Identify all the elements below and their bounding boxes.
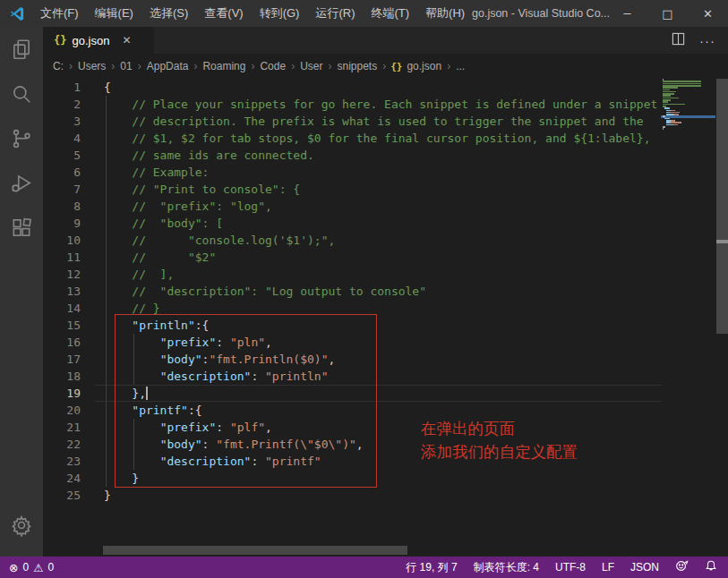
breadcrumb-separator: › xyxy=(287,60,299,72)
search-icon[interactable] xyxy=(0,72,43,116)
code-line[interactable]: 9 // "body": [ xyxy=(43,215,661,232)
menu-run[interactable]: 运行(R) xyxy=(307,0,363,27)
code-line[interactable]: 13 // "description": "Log output to cons… xyxy=(43,283,661,300)
line-number: 5 xyxy=(43,147,81,164)
breadcrumb-separator: › xyxy=(378,60,390,72)
maximize-button[interactable]: □ xyxy=(647,0,688,27)
vertical-scrollbar[interactable] xyxy=(715,79,728,557)
breadcrumb-separator: › xyxy=(189,60,201,72)
extensions-icon[interactable] xyxy=(0,206,43,251)
language-mode[interactable]: JSON xyxy=(630,561,659,574)
explorer-icon[interactable] xyxy=(0,27,43,72)
breadcrumb-item[interactable]: Roaming xyxy=(201,60,246,72)
line-number: 23 xyxy=(43,453,81,470)
breadcrumb-separator: › xyxy=(133,60,146,72)
run-debug-icon[interactable] xyxy=(0,161,43,206)
vscode-window: 文件(F)编辑(E)选择(S)查看(V)转到(G)运行(R)终端(T)帮助(H)… xyxy=(0,0,728,578)
tab-go-json[interactable]: {} go.json ✕ xyxy=(43,27,154,54)
breadcrumb-item[interactable]: User xyxy=(299,60,323,72)
statusbar-right: 行 19, 列 7制表符长度: 4UTF-8LFJSON xyxy=(406,559,728,575)
minimap-line xyxy=(663,128,664,130)
encoding[interactable]: UTF-8 xyxy=(555,561,586,574)
code-text: // "console.log('$1');", xyxy=(81,232,335,249)
minimap[interactable] xyxy=(661,79,715,222)
horizontal-scrollbar[interactable] xyxy=(43,546,661,555)
line-number: 16 xyxy=(43,334,81,351)
code-text: // ], xyxy=(81,266,174,283)
warnings-icon: ⚠ xyxy=(33,561,43,574)
line-number: 22 xyxy=(43,436,81,453)
line-number: 7 xyxy=(43,181,81,198)
menu-selection[interactable]: 选择(S) xyxy=(141,0,196,27)
breadcrumb-tail: ... xyxy=(455,60,466,72)
breadcrumb-separator: › xyxy=(246,60,259,72)
menu-bar: 文件(F)编辑(E)选择(S)查看(V)转到(G)运行(R)终端(T)帮助(H) xyxy=(32,0,473,27)
more-actions-icon[interactable]: ··· xyxy=(699,33,715,48)
source-control-icon[interactable] xyxy=(0,116,43,161)
line-number: 21 xyxy=(43,419,81,436)
code-line[interactable]: 7 // "Print to console": { xyxy=(43,181,661,198)
code-line[interactable]: 11 // "$2" xyxy=(43,249,661,266)
line-number: 4 xyxy=(43,130,81,147)
menu-go[interactable]: 转到(G) xyxy=(252,0,308,27)
code-text: // "Print to console": { xyxy=(81,181,300,198)
breadcrumb-json-icon: {} xyxy=(390,61,402,72)
annotation-note-line: 在弹出的页面 xyxy=(421,417,578,440)
title-bar: 文件(F)编辑(E)选择(S)查看(V)转到(G)运行(R)终端(T)帮助(H)… xyxy=(0,0,728,27)
cursor-position[interactable]: 行 19, 列 7 xyxy=(406,560,457,575)
split-editor-icon[interactable] xyxy=(672,32,685,49)
eol[interactable]: LF xyxy=(602,561,614,574)
code-text: // "description": "Log output to console… xyxy=(81,283,426,300)
breadcrumb-item[interactable]: Users xyxy=(77,60,107,72)
breadcrumb-item-file[interactable]: go.json xyxy=(406,60,442,72)
code-text: { xyxy=(81,79,111,96)
window-title: go.json - Visual Studio Co... xyxy=(472,0,610,27)
line-number: 15 xyxy=(43,317,81,334)
window-controls: ─ □ ✕ xyxy=(607,0,728,27)
activity-bar xyxy=(0,27,43,557)
line-number: 6 xyxy=(43,164,81,181)
code-line[interactable]: 2 // Place your snippets for go here. Ea… xyxy=(43,96,661,113)
line-number: 25 xyxy=(43,487,81,504)
notifications-bell-icon[interactable] xyxy=(705,559,717,575)
close-button[interactable]: ✕ xyxy=(688,0,728,27)
breadcrumb-item[interactable]: snippets xyxy=(336,60,378,72)
code-line[interactable]: 6 // Example: xyxy=(43,164,661,181)
menu-file[interactable]: 文件(F) xyxy=(32,0,87,27)
code-line[interactable]: 3 // description. The prefix is what is … xyxy=(43,113,661,130)
menu-view[interactable]: 查看(V) xyxy=(196,0,251,27)
settings-gear-icon[interactable] xyxy=(0,503,43,548)
line-number: 8 xyxy=(43,198,81,215)
code-text: // "body": [ xyxy=(81,215,223,232)
breadcrumb: C:›Users›01›AppData›Roaming›Code›User›sn… xyxy=(43,54,728,79)
code-line[interactable]: 25} xyxy=(43,487,661,504)
menu-terminal[interactable]: 终端(T) xyxy=(363,0,417,27)
breadcrumb-item[interactable]: Code xyxy=(259,60,287,72)
tab-close-icon[interactable]: ✕ xyxy=(122,34,131,47)
code-line[interactable]: 4 // $1, $2 for tab stops, $0 for the fi… xyxy=(43,130,661,147)
breadcrumb-item[interactable]: AppData xyxy=(146,60,190,72)
minimize-button[interactable]: ─ xyxy=(607,0,647,27)
breadcrumb-item[interactable]: 01 xyxy=(119,60,133,72)
vertical-scrollbar-thumb[interactable] xyxy=(716,79,728,334)
code-text: } xyxy=(81,487,111,504)
tab-label: go.json xyxy=(72,34,109,47)
code-line[interactable]: 10 // "console.log('$1');", xyxy=(43,232,661,249)
code-line[interactable]: 8 // "prefix": "log", xyxy=(43,198,661,215)
feedback-icon[interactable] xyxy=(675,559,689,575)
menu-help[interactable]: 帮助(H) xyxy=(417,0,473,27)
code-line[interactable]: 5 // same ids are connected. xyxy=(43,147,661,164)
breadcrumb-item[interactable]: C: xyxy=(52,60,64,72)
breadcrumb-separator: › xyxy=(323,60,336,72)
problems-status[interactable]: ⊗ 0 ⚠ 0 xyxy=(0,561,54,574)
errors-count: 0 xyxy=(22,561,29,574)
code-line[interactable]: 12 // ], xyxy=(43,266,661,283)
breadcrumb-separator: › xyxy=(442,60,455,72)
breadcrumb-separator: › xyxy=(64,60,77,72)
line-number: 10 xyxy=(43,232,81,249)
code-editor[interactable]: 1{2 // Place your snippets for go here. … xyxy=(43,79,728,557)
menu-edit[interactable]: 编辑(E) xyxy=(87,0,141,27)
code-line[interactable]: 1{ xyxy=(43,79,661,96)
tab-size[interactable]: 制表符长度: 4 xyxy=(474,560,539,575)
horizontal-scrollbar-thumb[interactable] xyxy=(103,546,407,555)
